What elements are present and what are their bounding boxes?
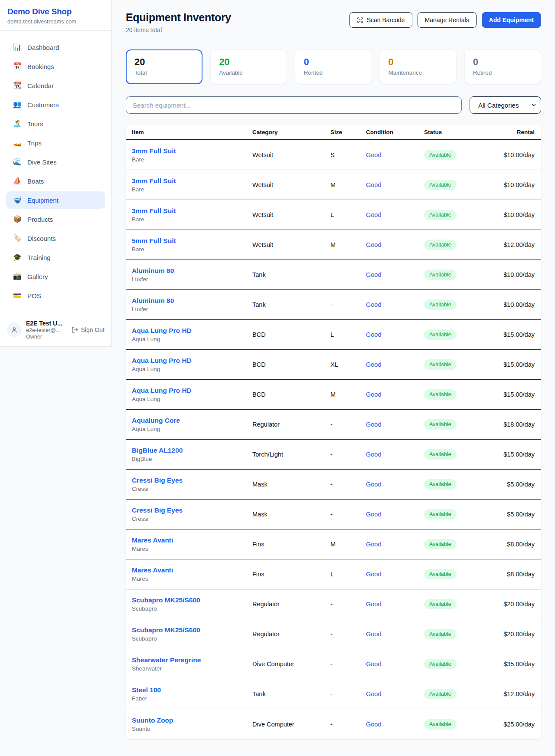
status-cell: Available	[424, 629, 476, 639]
sidebar-item-icon: 📊	[13, 44, 22, 51]
status-cell: Available	[424, 329, 476, 340]
item-name-link[interactable]: Steel 100	[132, 686, 252, 694]
item-name-link[interactable]: 3mm Full Suit	[132, 147, 252, 155]
category-cell: Mask	[252, 481, 330, 488]
condition-link[interactable]: Good	[366, 690, 381, 697]
condition-link[interactable]: Good	[366, 721, 381, 728]
sidebar-item-label: Tours	[27, 120, 43, 128]
condition-link[interactable]: Good	[366, 391, 381, 398]
rental-cell: $12.00/day	[476, 241, 535, 248]
sidebar-item-discounts[interactable]: 🏷️ Discounts	[6, 230, 105, 247]
stat-value: 20	[219, 56, 278, 67]
table-row: Shearwater Peregrine Shearwater Dive Com…	[126, 649, 541, 679]
condition-link[interactable]: Good	[366, 631, 381, 638]
table-row: Mares Avanti Mares Fins L Good Available…	[126, 559, 541, 589]
condition-link[interactable]: Good	[366, 571, 381, 578]
sidebar-item-tours[interactable]: 🏝️ Tours	[6, 115, 105, 132]
sidebar-item-trips[interactable]: 🚤 Trips	[6, 134, 105, 151]
size-cell: L	[330, 331, 366, 338]
stat-card-retired[interactable]: 0 Retired	[464, 49, 541, 84]
brand-name[interactable]: Demo Dive Shop	[7, 7, 104, 16]
filters-row: All Categories	[126, 96, 541, 114]
rental-cell: $10.00/day	[476, 211, 535, 218]
size-cell: -	[330, 721, 366, 728]
item-name-link[interactable]: Shearwater Peregrine	[132, 656, 252, 664]
category-select[interactable]: All Categories	[470, 96, 541, 114]
condition-link[interactable]: Good	[366, 481, 381, 488]
item-cell: Aluminum 80 Luxfer	[132, 267, 252, 283]
rental-cell: $20.00/day	[476, 601, 535, 608]
condition-link[interactable]: Good	[366, 151, 381, 158]
sidebar-item-gallery[interactable]: 📸 Gallery	[6, 268, 105, 285]
item-name-link[interactable]: Aqualung Core	[132, 417, 252, 424]
condition-link[interactable]: Good	[366, 421, 381, 428]
condition-link[interactable]: Good	[366, 361, 381, 368]
item-name-link[interactable]: Mares Avanti	[132, 536, 252, 544]
condition-link[interactable]: Good	[366, 241, 381, 248]
stat-card-available[interactable]: 20 Available	[210, 49, 287, 84]
status-badge: Available	[424, 629, 457, 639]
condition-link[interactable]: Good	[366, 301, 381, 308]
item-name-link[interactable]: Cressi Big Eyes	[132, 477, 252, 484]
condition-link[interactable]: Good	[366, 541, 381, 548]
search-input[interactable]	[126, 96, 462, 114]
condition-link[interactable]: Good	[366, 331, 381, 338]
item-brand: Bare	[132, 186, 252, 193]
rental-cell: $18.00/day	[476, 421, 535, 428]
size-cell: L	[330, 571, 366, 578]
sidebar-item-label: Boats	[27, 177, 44, 185]
sidebar-item-calendar[interactable]: 📆 Calendar	[6, 77, 105, 94]
sidebar-item-bookings[interactable]: 📅 Bookings	[6, 58, 105, 75]
stat-card-maintenance[interactable]: 0 Maintenance	[380, 49, 457, 84]
condition-link[interactable]: Good	[366, 661, 381, 667]
item-name-link[interactable]: Suunto Zoop	[132, 717, 252, 724]
stat-value: 20	[134, 56, 194, 67]
status-cell: Available	[424, 150, 476, 160]
condition-cell: Good	[366, 151, 424, 159]
item-name-link[interactable]: Cressi Big Eyes	[132, 506, 252, 514]
sidebar-item-boats[interactable]: ⛵ Boats	[6, 172, 105, 190]
sidebar-item-training[interactable]: 🎓 Training	[6, 249, 105, 266]
item-name-link[interactable]: 5mm Full Suit	[132, 237, 252, 245]
sidebar-item-label: Dive Sites	[27, 158, 57, 166]
condition-link[interactable]: Good	[366, 601, 381, 608]
item-cell: Aqua Lung Pro HD Aqua Lung	[132, 357, 252, 372]
item-name-link[interactable]: Scubapro MK25/S600	[132, 596, 252, 604]
stat-card-total[interactable]: 20 Total	[126, 49, 202, 84]
item-name-link[interactable]: Aluminum 80	[132, 267, 252, 275]
sidebar-item-dive-sites[interactable]: 🌊 Dive Sites	[6, 153, 105, 171]
sign-out-button[interactable]: Sign Out	[72, 326, 104, 333]
size-cell: -	[330, 301, 366, 308]
item-name-link[interactable]: Aqua Lung Pro HD	[132, 327, 252, 335]
item-name-link[interactable]: Aqua Lung Pro HD	[132, 387, 252, 394]
item-name-link[interactable]: Scubapro MK25/S600	[132, 626, 252, 634]
item-cell: Aqua Lung Pro HD Aqua Lung	[132, 327, 252, 342]
item-name-link[interactable]: 3mm Full Suit	[132, 177, 252, 185]
item-name-link[interactable]: Aluminum 80	[132, 297, 252, 305]
size-cell: L	[330, 211, 366, 218]
header-actions: Scan Barcode Manage Rentals Add Equipmen…	[349, 12, 541, 28]
item-name-link[interactable]: Mares Avanti	[132, 566, 252, 574]
item-name-link[interactable]: BigBlue AL1200	[132, 447, 252, 454]
size-cell: -	[330, 601, 366, 608]
condition-link[interactable]: Good	[366, 451, 381, 458]
sidebar-item-icon: 🏝️	[13, 120, 22, 127]
stat-card-rented[interactable]: 0 Rented	[295, 49, 372, 84]
condition-link[interactable]: Good	[366, 511, 381, 518]
sidebar-item-products[interactable]: 📦 Products	[6, 210, 105, 228]
manage-rentals-button[interactable]: Manage Rentals	[418, 12, 477, 28]
item-name-link[interactable]: Aqua Lung Pro HD	[132, 357, 252, 365]
condition-link[interactable]: Good	[366, 181, 381, 188]
item-brand: Aqua Lung	[132, 336, 252, 342]
table-row: Aqua Lung Pro HD Aqua Lung BCD M Good Av…	[126, 380, 541, 410]
sidebar-item-equipment[interactable]: 🤿 Equipment	[6, 191, 105, 209]
scan-barcode-button[interactable]: Scan Barcode	[349, 12, 412, 28]
sidebar-item-customers[interactable]: 👥 Customers	[6, 96, 105, 113]
condition-link[interactable]: Good	[366, 211, 381, 218]
sidebar-item-pos[interactable]: 💳 POS	[6, 287, 105, 304]
status-badge: Available	[424, 719, 457, 730]
item-name-link[interactable]: 3mm Full Suit	[132, 207, 252, 215]
add-equipment-button[interactable]: Add Equipment	[482, 12, 541, 28]
condition-link[interactable]: Good	[366, 271, 381, 278]
sidebar-item-dashboard[interactable]: 📊 Dashboard	[6, 39, 105, 56]
